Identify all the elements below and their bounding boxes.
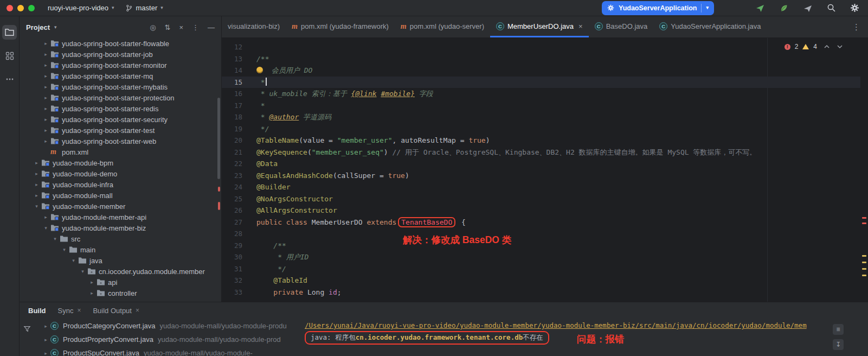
code-line-14[interactable]: 14 会员用户 DO — [222, 65, 860, 77]
inspection-widget[interactable]: ! 2 4 — [785, 43, 843, 50]
code-line-12[interactable]: 12 — [222, 41, 860, 53]
chevron-right-icon[interactable]: ▸ — [33, 193, 40, 198]
tab-BaseDO.java[interactable]: CBaseDO.java — [589, 16, 654, 37]
chevron-right-icon[interactable]: ▸ — [42, 351, 49, 356]
tree-item-yudao-module-member-api[interactable]: ▸yudao-module-member-api — [20, 212, 221, 223]
code-line-26[interactable]: 26@AllArgsConstructor — [222, 205, 860, 217]
build-item-ProductSpuConvert.java[interactable]: ▸CProductSpuConvert.javayudao-module-mal… — [35, 346, 301, 356]
code-line-18[interactable]: 18 * @author 芋道源码 — [222, 111, 860, 123]
filter-icon[interactable] — [23, 325, 31, 356]
minimize-window-button[interactable] — [17, 5, 24, 11]
tab-MemberUserDO.java[interactable]: CMemberUserDO.java× — [490, 16, 589, 37]
next-problem-icon[interactable] — [837, 43, 843, 50]
code-line-22[interactable]: 22@Data — [222, 158, 860, 170]
chevron-down-icon[interactable]: ▾ — [33, 204, 40, 209]
tree-item-src[interactable]: ▾src — [20, 233, 221, 244]
chevron-right-icon[interactable]: ▸ — [42, 337, 49, 342]
expand-collapse-icon[interactable]: ⇅ — [165, 24, 171, 31]
close-window-button[interactable] — [7, 5, 13, 11]
tree-item-yudao-spring-boot-starter-job[interactable]: ▸yudao-spring-boot-starter-job — [20, 49, 221, 60]
run-configuration-widget[interactable]: YudaoServerApplication ▾ — [602, 1, 714, 15]
chevron-right-icon[interactable]: ▸ — [33, 182, 40, 187]
tree-item-yudao-spring-boot-starter-protection[interactable]: ▸yudao-spring-boot-starter-protection — [20, 92, 221, 103]
build-item-ProductCategoryConvert.java[interactable]: ▸CProductCategoryConvert.javayudao-modul… — [35, 319, 301, 333]
chevron-down-icon[interactable]: ▾ — [52, 236, 59, 241]
chevron-right-icon[interactable]: ▸ — [42, 73, 49, 79]
editor-content[interactable]: 1213/**14 会员用户 DO15 *16 * uk_mobile 索引：基… — [222, 38, 868, 302]
build-tree[interactable]: ▸CProductCategoryConvert.javayudao-modul… — [35, 319, 301, 356]
code-line-27[interactable]: 27public class MemberUserDO extendsTenan… — [222, 217, 860, 228]
code-lines[interactable]: 1213/**14 会员用户 DO15 *16 * uk_mobile 索引：基… — [222, 38, 860, 298]
tree-item-yudao-spring-boot-starter-monitor[interactable]: ▸yudao-spring-boot-starter-monitor — [20, 60, 221, 71]
tree-item-yudao-spring-boot-starter-web[interactable]: ▸yudao-spring-boot-starter-web — [20, 136, 221, 147]
build-tab-Build Output[interactable]: Build Output× — [93, 307, 139, 315]
error-count[interactable]: 2 — [795, 43, 799, 50]
stripe-warning-mark[interactable] — [862, 262, 866, 263]
close-icon[interactable]: × — [136, 307, 139, 314]
tree-item-yudao-spring-boot-starter-mybatis[interactable]: ▸yudao-spring-boot-starter-mybatis — [20, 81, 221, 92]
chevron-right-icon[interactable]: ▸ — [42, 128, 49, 133]
close-icon[interactable]: × — [77, 307, 81, 314]
code-line-13[interactable]: 13/** — [222, 53, 860, 65]
code-line-24[interactable]: 24@Builder — [222, 181, 860, 193]
leaf-plugin-icon[interactable] — [779, 3, 789, 13]
chevron-right-icon[interactable]: ▸ — [88, 290, 95, 296]
code-line-23[interactable]: 23@EqualsAndHashCode(callSuper = true) — [222, 170, 860, 182]
tree-item-yudao-module-member-biz[interactable]: ▾yudao-module-member-biz — [20, 223, 221, 233]
tree-item-yudao-module-infra[interactable]: ▸yudao-module-infra — [20, 179, 221, 190]
tree-item-yudao-module-bpm[interactable]: ▸yudao-module-bpm — [20, 157, 221, 168]
chevron-right-icon[interactable]: ▸ — [33, 171, 40, 176]
chevron-right-icon[interactable]: ▸ — [33, 160, 40, 166]
chevron-down-icon[interactable]: ▾ — [42, 225, 49, 231]
code-line-31[interactable]: 31 */ — [222, 263, 860, 275]
chevron-right-icon[interactable]: ▸ — [42, 52, 49, 57]
chevron-right-icon[interactable]: ▸ — [42, 117, 49, 122]
tree-item-main[interactable]: ▾main — [20, 244, 221, 255]
code-line-25[interactable]: 25@NoArgsConstructor — [222, 193, 860, 205]
chevron-down-icon[interactable]: ▾ — [706, 5, 709, 10]
build-tab-Build[interactable]: Build — [28, 307, 46, 315]
tab-pom.xml (yudao-framework)[interactable]: mpom.xml (yudao-framework) — [286, 16, 395, 37]
build-output-file-link[interactable]: /Users/yunai/Java/ruoyi-vue-pro-video/yu… — [305, 321, 868, 329]
code-line-16[interactable]: 16 * uk_mobile 索引：基于 {@link #mobile} 字段 — [222, 88, 860, 100]
tab-visualization-biz)[interactable]: visualization-biz) — [222, 16, 286, 37]
intention-bulb-icon[interactable] — [256, 67, 263, 73]
code-line-17[interactable]: 17 * — [222, 100, 860, 112]
code-line-19[interactable]: 19 */ — [222, 123, 860, 135]
more-tool-windows-button[interactable] — [2, 72, 17, 86]
tree-item-yudao-spring-boot-starter-redis[interactable]: ▸yudao-spring-boot-starter-redis — [20, 103, 221, 114]
chevron-down-icon[interactable]: ▾ — [70, 258, 77, 263]
tree-error-mark[interactable] — [218, 187, 220, 192]
chevron-right-icon[interactable]: ▸ — [42, 323, 49, 329]
build-item-ProductPropertyConvert.java[interactable]: ▸CProductPropertyConvert.javayudao-modul… — [35, 333, 301, 346]
tree-item-yudao-spring-boot-starter-security[interactable]: ▸yudao-spring-boot-starter-security — [20, 114, 221, 125]
project-selector[interactable]: ruoyi-vue-pro-video ▾ — [46, 3, 117, 13]
build-output[interactable]: /Users/yunai/Java/ruoyi-vue-pro-video/yu… — [301, 319, 868, 356]
warning-count[interactable]: 4 — [813, 43, 817, 50]
previous-problem-icon[interactable] — [824, 43, 830, 50]
tab-pom.xml (yudao-server)[interactable]: mpom.xml (yudao-server) — [395, 16, 490, 37]
search-icon[interactable] — [827, 3, 836, 12]
code-line-32[interactable]: 32 @TableId — [222, 275, 860, 287]
tree-item-pom.xml[interactable]: mpom.xml — [20, 147, 221, 157]
stripe-error-mark[interactable] — [862, 217, 866, 219]
chevron-right-icon[interactable]: ▸ — [42, 62, 49, 68]
tree-item-yudao-module-mall[interactable]: ▸yudao-module-mall — [20, 190, 221, 201]
tree-item-cn.iocoder.yudao.module.member[interactable]: ▾cn.iocoder.yudao.module.member — [20, 266, 221, 277]
tab-YudaoServerApplication.java[interactable]: CYudaoServerApplication.java — [653, 16, 767, 37]
code-line-28[interactable]: 28 — [222, 228, 860, 240]
stripe-error-mark[interactable] — [862, 223, 866, 224]
error-stripe[interactable] — [860, 38, 868, 302]
tree-item-yudao-spring-boot-starter-test[interactable]: ▸yudao-spring-boot-starter-test — [20, 125, 221, 136]
tree-item-yudao-spring-boot-starter-flowable[interactable]: ▸yudao-spring-boot-starter-flowable — [20, 38, 221, 49]
tab-list-more-icon[interactable]: ⋮ — [845, 16, 868, 37]
code-line-15[interactable]: 15 * — [222, 77, 860, 88]
tree-item-controller[interactable]: ▸controller — [20, 288, 221, 298]
tree-error-mark[interactable] — [218, 202, 220, 210]
code-line-33[interactable]: 33 private Long id; — [222, 287, 860, 298]
tree-item-yudao-module-member[interactable]: ▾yudao-module-member — [20, 201, 221, 212]
code-line-30[interactable]: 30 * 用户ID — [222, 251, 860, 263]
tree-item-api[interactable]: ▸api — [20, 277, 221, 288]
project-tree[interactable]: ▸yudao-spring-boot-starter-flowable▸yuda… — [20, 38, 221, 302]
chevron-down-icon[interactable]: ▾ — [79, 269, 86, 274]
